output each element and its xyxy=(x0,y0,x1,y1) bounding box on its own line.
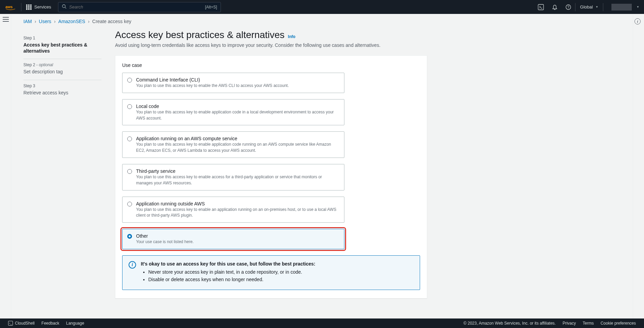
notifications-icon[interactable] xyxy=(548,0,562,14)
services-label: Services xyxy=(34,4,51,10)
region-label: Global xyxy=(580,4,593,10)
svg-rect-3 xyxy=(538,4,544,10)
svg-text:?: ? xyxy=(567,5,569,9)
grid-icon xyxy=(26,4,32,10)
help-icon[interactable]: ? xyxy=(562,0,575,14)
search-box[interactable]: [Alt+S] xyxy=(58,2,221,12)
topnav-right: ? Global xyxy=(534,0,644,14)
top-nav: aws Services [Alt+S] ? Global xyxy=(0,0,644,14)
svg-text:aws: aws xyxy=(5,5,13,9)
search-input[interactable] xyxy=(69,4,202,10)
services-menu[interactable]: Services xyxy=(21,4,56,10)
account-menu[interactable] xyxy=(603,4,644,11)
cloudshell-icon[interactable] xyxy=(534,0,548,14)
svg-point-1 xyxy=(62,5,65,8)
search-shortcut: [Alt+S] xyxy=(205,5,217,10)
aws-logo[interactable]: aws xyxy=(0,4,21,10)
search-container: [Alt+S] xyxy=(58,2,221,12)
account-name-redacted xyxy=(611,4,632,11)
svg-line-2 xyxy=(65,7,66,9)
search-icon xyxy=(62,4,67,10)
region-selector[interactable]: Global xyxy=(575,4,603,10)
